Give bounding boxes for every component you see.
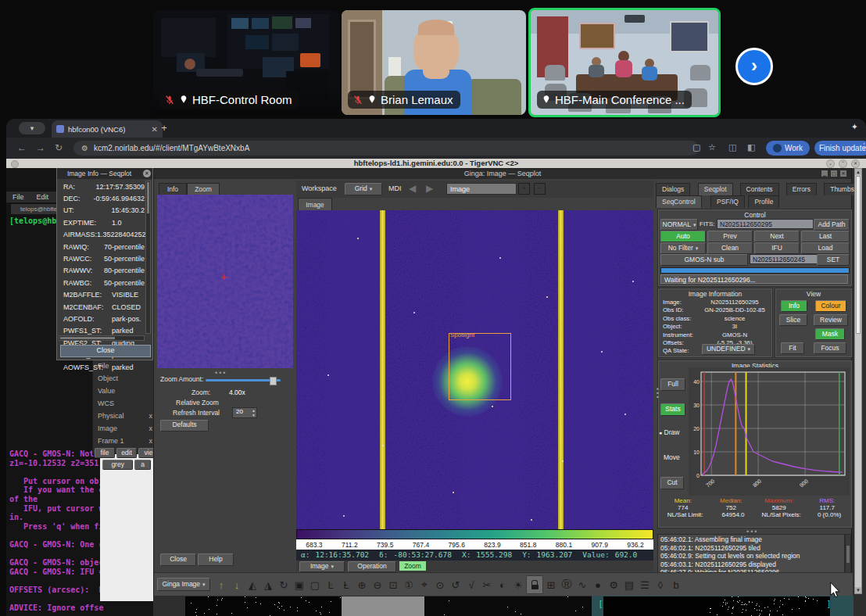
tab-profile[interactable]: Profile xyxy=(748,195,779,208)
spotlight-region[interactable]: Spotlight xyxy=(449,333,511,400)
vnc-scrollbar[interactable]: ▲ ▼ xyxy=(854,168,862,594)
dialog-close-button[interactable]: Close xyxy=(60,345,151,357)
reload-icon[interactable]: ↻ xyxy=(55,142,63,153)
tab-contents[interactable]: Contents xyxy=(740,183,779,195)
view-focus-button[interactable]: Focus xyxy=(814,342,846,354)
auto-button[interactable]: Auto xyxy=(660,231,706,242)
zoom-amount-slider[interactable] xyxy=(206,379,281,381)
menu-file[interactable]: File xyxy=(13,193,24,201)
sparkle-icon[interactable]: ✦ xyxy=(851,122,858,132)
menu-edit[interactable]: Edit xyxy=(37,193,49,201)
image-info-dialog[interactable]: Image Info — Seqplot ✕ RA:12:17:57.35309… xyxy=(56,168,153,360)
view-colour-button[interactable]: Colour xyxy=(815,300,846,312)
stats-stats-button[interactable]: Stats xyxy=(660,403,685,416)
pick-region-icon[interactable]: ⊞ xyxy=(543,576,559,593)
folder-icon[interactable]: ▤ xyxy=(621,576,637,593)
dialog-vscrollbar[interactable] xyxy=(145,181,151,334)
colorbar[interactable] xyxy=(296,529,653,539)
extensions-icon[interactable]: ◫ xyxy=(728,142,736,152)
lower-tile-icon[interactable]: ▢ xyxy=(307,576,323,593)
cut-high-icon[interactable]: Ƚ xyxy=(338,576,354,593)
rotate-icon[interactable]: ↺ xyxy=(448,576,463,593)
view-fit-button[interactable]: Fit xyxy=(781,342,804,354)
center-icon[interactable]: ⊙ xyxy=(432,576,448,593)
raise-tile-icon[interactable]: ▣ xyxy=(292,576,307,593)
close-workspace-icon[interactable]: − xyxy=(534,183,546,195)
save-page-icon[interactable]: ▢ xyxy=(692,142,700,152)
new-workspace-icon[interactable]: + xyxy=(518,183,530,195)
dialog-close-icon[interactable]: ✕ xyxy=(143,170,151,177)
sub-input[interactable] xyxy=(750,254,818,264)
view-info-button[interactable]: Info xyxy=(781,300,807,312)
tag-icon[interactable]: ◊ xyxy=(653,576,668,593)
mode-select[interactable]: NORMAL▾ xyxy=(660,219,698,231)
view-slice-button[interactable]: Slice xyxy=(779,314,807,326)
operation-button[interactable]: Operation xyxy=(348,561,396,572)
qa-state-select[interactable]: UNDEFINED▾ xyxy=(702,344,755,355)
tab-info[interactable]: Info xyxy=(159,183,187,195)
video-tile-main-conference[interactable]: HBF-Main Conference ... xyxy=(528,8,721,117)
kebab-menu-icon[interactable]: ⋮ xyxy=(860,141,866,152)
stats-cut-button[interactable]: Cut xyxy=(660,477,684,489)
dialog-hscrollbar[interactable] xyxy=(59,335,145,341)
lock-icon[interactable] xyxy=(526,575,543,594)
back-icon[interactable]: ← xyxy=(17,142,27,153)
status-log[interactable]: 05:46:02.1: Assembling final image05:46:… xyxy=(657,534,845,577)
browser-tab[interactable]: hbfcon00 (VNC6) ✕ xyxy=(52,120,163,138)
splitter-handle[interactable]: ••• xyxy=(215,369,227,377)
gmos-sub-button[interactable]: GMOS-N sub xyxy=(660,254,748,266)
set-button[interactable]: SET xyxy=(817,254,850,266)
load-button[interactable]: Load xyxy=(801,242,850,254)
tab-psf-iq[interactable]: PSF/IQ xyxy=(710,195,745,208)
pick-a-button[interactable]: a xyxy=(134,460,151,470)
fits-input[interactable] xyxy=(717,219,814,229)
view-review-button[interactable]: Review xyxy=(814,314,848,326)
zoom-in-icon[interactable]: ⊕ xyxy=(354,576,370,593)
ginga-title-bar[interactable]: Ginga: Image — Seqplot ▁ ▢ ✕ xyxy=(154,169,851,179)
view-mask-button[interactable]: Mask xyxy=(815,328,845,340)
zoom-out-icon[interactable]: ⊖ xyxy=(370,576,385,593)
tab-seqcontrol[interactable]: SeqControl xyxy=(656,195,702,208)
image-menu-select[interactable]: Image▾ xyxy=(299,561,345,572)
url-bar[interactable]: ⚙ kcm2.noirlab.edu/#/client/MTgAYwBteXNx… xyxy=(73,141,699,156)
pick-edit-button[interactable]: edit xyxy=(116,448,137,458)
site-settings-icon[interactable]: ⚙ xyxy=(81,144,88,152)
ginga-logo-icon[interactable]: ƅ xyxy=(668,576,684,593)
tab-dialogs[interactable]: Dialogs xyxy=(656,183,690,195)
vnc-close-icon[interactable]: ✕ xyxy=(851,159,860,168)
pick-grey-button[interactable]: grey xyxy=(102,460,133,470)
gray-window-bar[interactable] xyxy=(342,596,424,616)
last-button[interactable]: Last xyxy=(801,231,850,242)
ginga-minimize-icon[interactable]: ▁ xyxy=(821,170,828,177)
tab-close-icon[interactable]: ✕ xyxy=(152,125,158,134)
forward-icon[interactable]: → xyxy=(36,142,45,153)
ginga-maximize-icon[interactable]: ▢ xyxy=(831,170,837,177)
reset-icon[interactable]: Ⓡ xyxy=(559,576,574,593)
zoom-close-button[interactable]: Close xyxy=(160,553,196,566)
zoom-100-icon[interactable]: ① xyxy=(401,576,417,593)
layers-icon[interactable]: ☰ xyxy=(637,576,653,593)
settings-icon[interactable]: ⚙ xyxy=(606,576,621,593)
swap-axes-icon[interactable]: ↻ xyxy=(276,576,292,593)
next-participants-button[interactable]: › xyxy=(735,48,773,85)
defaults-button[interactable]: Defaults xyxy=(160,420,209,432)
log-scrollbar[interactable] xyxy=(845,534,851,577)
refresh-interval-stepper[interactable]: 20 ▲▼ xyxy=(232,407,257,418)
nav-forward-icon[interactable]: ▶ xyxy=(426,183,433,194)
add-path-button[interactable]: Add Path xyxy=(814,219,850,231)
cuts-icon[interactable]: ✂ xyxy=(479,576,495,593)
zoom-preview-image[interactable]: + xyxy=(157,195,293,368)
vertical-splitter[interactable]: ••• xyxy=(653,388,661,399)
prev-button[interactable]: Prev xyxy=(707,231,753,242)
brightness-icon[interactable]: ☀ xyxy=(510,576,526,593)
pan-icon[interactable]: ⌖ xyxy=(417,576,432,593)
statistics-histogram[interactable]: 010203040700800900 xyxy=(689,367,850,496)
contrast-icon[interactable]: ◐ xyxy=(495,576,510,593)
starfield-window[interactable] xyxy=(185,596,342,616)
profile-button[interactable]: Work xyxy=(766,141,810,156)
side-panel-icon[interactable]: ◧ xyxy=(747,142,755,152)
pick-file-button[interactable]: file xyxy=(95,448,115,458)
bookmark-star-icon[interactable]: ☆ xyxy=(708,142,716,152)
clean-button[interactable]: Clean xyxy=(707,242,753,254)
tab-errors[interactable]: Errors xyxy=(786,183,817,195)
